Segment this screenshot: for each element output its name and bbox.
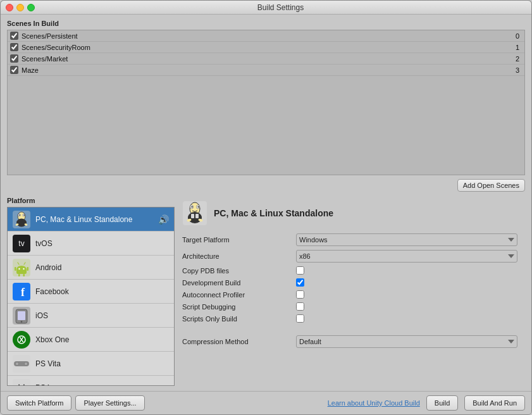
platform-item-ps4[interactable]: PS4 PS4 — [8, 376, 174, 385]
scene-name: Maze — [22, 66, 509, 74]
bottom-right-buttons: Learn about Unity Cloud Build Build Buil… — [328, 395, 525, 411]
switch-platform-button[interactable]: Switch Platform — [7, 395, 71, 411]
build-settings-window: Build Settings Scenes In Build Scenes/Pe… — [0, 0, 532, 415]
target-platform-select[interactable]: Windows Mac OS X Linux — [296, 233, 517, 246]
scene-row[interactable]: Scenes/Market 2 — [8, 53, 524, 65]
psvita-icon — [13, 355, 30, 373]
svg-point-5 — [23, 214, 25, 216]
scenes-list: Scenes/Persistent 0 Scenes/SecurityRoom … — [8, 30, 524, 175]
svg-rect-12 — [18, 274, 20, 276]
maximize-button[interactable] — [27, 4, 35, 11]
compression-label: Compression Method — [182, 338, 296, 345]
android-icon — [13, 259, 30, 276]
platform-name: iOS — [35, 311, 48, 320]
platform-item-ios[interactable]: iOS — [8, 304, 174, 328]
tux-icon — [13, 211, 30, 228]
appletv-icon: tv — [13, 235, 30, 252]
platform-right-header: PC, Mac & Linux Standalone — [182, 201, 517, 226]
scene-row[interactable]: Scenes/SecurityRoom 1 — [8, 42, 524, 53]
add-open-scenes-button[interactable]: Add Open Scenes — [457, 179, 525, 192]
build-and-run-button[interactable]: Build And Run — [464, 395, 525, 411]
scripts-only-label: Scripts Only Build — [182, 315, 296, 323]
bottom-left-buttons: Switch Platform Player Settings... — [7, 395, 145, 411]
scene-index: 0 — [509, 32, 522, 40]
svg-point-40 — [197, 206, 199, 207]
platform-section: Platform PC, Mac & Linux Standalone 🔊 tv — [7, 197, 525, 386]
autoconnect-profiler-label: Autoconnect Profiler — [182, 291, 296, 299]
compression-row: Compression Method Default LZ4 LZ4HC — [182, 335, 517, 348]
build-button[interactable]: Build — [426, 395, 458, 411]
development-build-label: Development Build — [182, 279, 296, 287]
platform-item-tvos[interactable]: tv tvOS — [8, 232, 174, 256]
svg-point-39 — [191, 206, 192, 207]
svg-rect-33 — [13, 379, 30, 386]
scene-index: 1 — [509, 44, 522, 51]
ios-icon — [13, 307, 30, 325]
title-bar: Build Settings — [1, 1, 531, 15]
svg-rect-45 — [195, 214, 199, 218]
minimize-button[interactable] — [16, 4, 24, 11]
svg-point-31 — [16, 362, 19, 365]
platform-left: Platform PC, Mac & Linux Standalone 🔊 tv — [7, 197, 175, 386]
development-build-checkbox[interactable] — [296, 278, 304, 287]
scene-index: 3 — [509, 66, 522, 74]
svg-rect-15 — [27, 267, 29, 271]
svg-point-17 — [23, 268, 24, 269]
architecture-label: Architecture — [182, 252, 296, 260]
svg-text:f: f — [21, 286, 25, 299]
platform-item-android[interactable]: Android — [8, 256, 174, 280]
close-button[interactable] — [6, 4, 13, 11]
platform-item-pc-mac-linux[interactable]: PC, Mac & Linux Standalone 🔊 — [8, 207, 174, 232]
bottom-bar: Switch Platform Player Settings... Learn… — [1, 391, 531, 414]
autoconnect-profiler-checkbox[interactable] — [296, 290, 304, 299]
platform-right: PC, Mac & Linux Standalone Target Platfo… — [175, 197, 525, 386]
platform-item-xbox-one[interactable]: X Xbox One — [8, 328, 174, 352]
scene-row[interactable]: Scenes/Persistent 0 — [8, 30, 524, 42]
player-settings-button[interactable]: Player Settings... — [75, 395, 144, 411]
add-scenes-row: Add Open Scenes — [7, 179, 525, 192]
platform-item-facebook[interactable]: f Facebook — [8, 280, 174, 304]
svg-point-41 — [188, 212, 202, 223]
scene-row[interactable]: Maze 3 — [8, 65, 524, 76]
architecture-select[interactable]: x86 x86_64 x86 + x86_64 (Universal) — [296, 250, 517, 263]
svg-rect-13 — [23, 274, 25, 276]
selected-platform-title: PC, Mac & Linux Standalone — [214, 208, 333, 218]
window-title: Build Settings — [35, 3, 526, 12]
scene-name: Scenes/Persistent — [22, 32, 509, 40]
svg-rect-14 — [15, 267, 16, 271]
scene-checkbox[interactable] — [10, 66, 18, 74]
scenes-panel: Scenes/Persistent 0 Scenes/SecurityRoom … — [7, 30, 525, 175]
scene-checkbox[interactable] — [10, 43, 18, 51]
scene-name: Scenes/SecurityRoom — [22, 44, 509, 51]
svg-point-25 — [21, 321, 22, 322]
ps4-icon: PS4 — [13, 379, 30, 386]
platform-name: PS Vita — [35, 359, 61, 368]
platform-list-container: PC, Mac & Linux Standalone 🔊 tv tvOS And… — [7, 207, 175, 386]
compression-select[interactable]: Default LZ4 LZ4HC — [296, 335, 517, 348]
script-debugging-label: Script Debugging — [182, 303, 296, 311]
svg-rect-24 — [18, 311, 25, 320]
settings-grid: Target Platform Windows Mac OS X Linux A… — [182, 233, 517, 323]
main-content: Scenes In Build Scenes/Persistent 0 Scen… — [1, 15, 531, 391]
platform-name: Xbox One — [35, 335, 69, 344]
platform-name: PS4 — [35, 383, 50, 386]
svg-text:tv: tv — [18, 239, 24, 248]
platform-item-ps-vita[interactable]: PS Vita — [8, 352, 174, 376]
scene-name: Scenes/Market — [22, 55, 509, 63]
svg-text:X: X — [19, 336, 24, 344]
scripts-only-checkbox[interactable] — [296, 314, 304, 323]
script-debugging-checkbox[interactable] — [296, 302, 304, 311]
platform-list: PC, Mac & Linux Standalone 🔊 tv tvOS And… — [8, 207, 174, 385]
platform-name: Facebook — [35, 287, 69, 296]
selected-platform-icon — [182, 201, 207, 226]
platform-header: Platform — [7, 197, 175, 204]
scene-checkbox[interactable] — [10, 32, 18, 40]
cloud-build-link[interactable]: Learn about Unity Cloud Build — [328, 399, 420, 407]
platform-name: Android — [35, 263, 61, 272]
svg-point-4 — [19, 214, 20, 216]
scene-checkbox[interactable] — [10, 54, 18, 63]
copy-pdb-checkbox[interactable] — [296, 266, 304, 275]
facebook-icon: f — [13, 283, 30, 300]
svg-point-16 — [18, 268, 20, 269]
platform-name: PC, Mac & Linux Standalone — [35, 215, 132, 224]
